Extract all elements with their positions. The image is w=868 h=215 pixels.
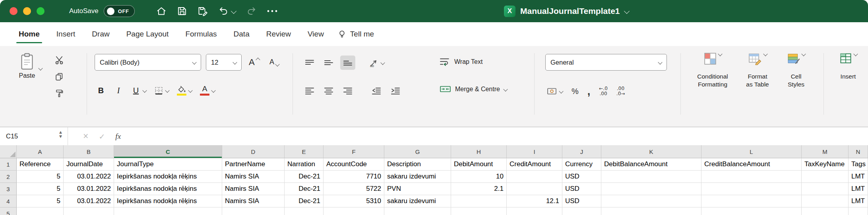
format-as-table-button[interactable]: Format as Table	[739, 52, 776, 88]
borders-button[interactable]	[154, 86, 169, 95]
cell-F2[interactable]: 7710	[324, 171, 384, 183]
cell-H5[interactable]	[451, 207, 507, 215]
cell-A2[interactable]: 5	[17, 171, 64, 183]
cell-B2[interactable]: 03.01.2022	[64, 171, 114, 183]
cell-D2[interactable]: Namirs SIA	[222, 171, 285, 183]
cell-B3[interactable]: 03.01.2022	[64, 183, 114, 195]
undo-chevron-down-icon[interactable]	[231, 8, 236, 14]
cell-M1[interactable]: TaxKeyName	[802, 158, 849, 171]
cell-L5[interactable]	[701, 207, 802, 215]
align-middle-button[interactable]	[321, 56, 336, 70]
copy-button[interactable]	[55, 72, 64, 83]
cell-J4[interactable]: USD	[562, 195, 601, 207]
conditional-formatting-button[interactable]: Conditional Formatting	[689, 52, 736, 88]
cell-F4[interactable]: 5310	[324, 195, 384, 207]
cell-I5[interactable]	[507, 207, 562, 215]
cell-J5[interactable]	[562, 207, 601, 215]
autosave-toggle[interactable]: OFF	[104, 5, 135, 17]
row-header-5[interactable]: 5	[0, 207, 17, 215]
row-header-3[interactable]: 3	[0, 183, 17, 195]
cell-F1[interactable]: AccountCode	[324, 158, 384, 171]
number-format-select[interactable]: General	[545, 54, 667, 71]
cell-E1[interactable]: Narration	[285, 158, 324, 171]
cell-B5[interactable]	[64, 207, 114, 215]
underline-button[interactable]: U	[131, 86, 146, 95]
cell-H1[interactable]: DebitAmount	[451, 158, 507, 171]
column-header-F[interactable]: F	[324, 145, 384, 158]
undo-button[interactable]	[219, 6, 236, 16]
cell-D4[interactable]: Namirs SIA	[222, 195, 285, 207]
paste-chevron-down-icon[interactable]	[38, 66, 43, 70]
cell-I3[interactable]	[507, 183, 562, 195]
minimize-window-button[interactable]	[23, 7, 31, 15]
column-header-B[interactable]: B	[64, 145, 114, 158]
redo-button[interactable]	[246, 6, 256, 16]
cell-D1[interactable]: PartnerName	[222, 158, 285, 171]
cell-C2[interactable]: Iepirkšanas nodokļa rēķins	[114, 171, 222, 183]
row-header-1[interactable]: 1	[0, 158, 17, 171]
column-header-J[interactable]: J	[562, 145, 601, 158]
cell-styles-button[interactable]: Cell Styles	[780, 52, 812, 88]
cell-H2[interactable]: 10	[451, 171, 507, 183]
tab-page-layout[interactable]: Page Layout	[118, 22, 177, 46]
cell-M3[interactable]	[802, 183, 849, 195]
name-box-stepper[interactable]: ▲ ▼	[59, 131, 62, 138]
cell-L3[interactable]	[701, 183, 802, 195]
row-header-4[interactable]: 4	[0, 195, 17, 207]
column-header-H[interactable]: H	[451, 145, 507, 158]
cell-L2[interactable]	[701, 171, 802, 183]
insert-function-icon[interactable]: fx	[115, 132, 121, 141]
name-box[interactable]: C15 ▲ ▼	[0, 127, 68, 145]
align-right-button[interactable]	[340, 84, 355, 98]
cell-A3[interactable]: 5	[17, 183, 64, 195]
column-header-A[interactable]: A	[17, 145, 64, 158]
column-header-C[interactable]: C	[114, 145, 222, 158]
align-bottom-button[interactable]	[340, 56, 355, 70]
cell-A5[interactable]	[17, 207, 64, 215]
cell-I1[interactable]: CreditAmount	[507, 158, 562, 171]
row-header-2[interactable]: 2	[0, 171, 17, 183]
tab-draw[interactable]: Draw	[83, 22, 118, 46]
cell-M4[interactable]	[802, 195, 849, 207]
cell-F3[interactable]: 5722	[324, 183, 384, 195]
cell-K1[interactable]: DebitBalanceAmount	[601, 158, 701, 171]
cell-N2[interactable]: LMT	[849, 171, 868, 183]
tab-home[interactable]: Home	[10, 22, 48, 46]
column-header-L[interactable]: L	[701, 145, 802, 158]
cell-H3[interactable]: 2.1	[451, 183, 507, 195]
cell-I2[interactable]	[507, 171, 562, 183]
column-header-E[interactable]: E	[285, 145, 324, 158]
tab-review[interactable]: Review	[258, 22, 299, 46]
cell-K3[interactable]	[601, 183, 701, 195]
save-button[interactable]	[177, 6, 187, 16]
cell-J2[interactable]: USD	[562, 171, 601, 183]
column-header-G[interactable]: G	[384, 145, 451, 158]
tab-formulas[interactable]: Formulas	[177, 22, 225, 46]
cell-B1[interactable]: JournalDate	[64, 158, 114, 171]
cut-button[interactable]	[55, 56, 64, 66]
cell-N4[interactable]: LMT	[849, 195, 868, 207]
column-header-N[interactable]: N	[849, 145, 868, 158]
cell-G4[interactable]: sakaru izdevumi	[384, 195, 451, 207]
align-top-button[interactable]	[302, 56, 317, 70]
tab-insert[interactable]: Insert	[48, 22, 84, 46]
select-all-corner[interactable]	[0, 145, 17, 158]
save-as-button[interactable]	[198, 6, 208, 16]
cell-B4[interactable]: 03.01.2022	[64, 195, 114, 207]
increase-decimal-button[interactable]: ←.0 .00	[599, 86, 608, 96]
decrease-indent-button[interactable]	[369, 84, 384, 98]
cell-E4[interactable]: Dec-21	[285, 195, 324, 207]
cell-I4[interactable]: 12.1	[507, 195, 562, 207]
more-commands-button[interactable]	[267, 10, 278, 13]
cell-D3[interactable]: Namirs SIA	[222, 183, 285, 195]
cell-J1[interactable]: Currency	[562, 158, 601, 171]
cell-G5[interactable]	[384, 207, 451, 215]
increase-font-size-button[interactable]: A	[249, 57, 260, 67]
cell-J3[interactable]: USD	[562, 183, 601, 195]
formula-input[interactable]	[129, 127, 868, 145]
cell-G1[interactable]: Description	[384, 158, 451, 171]
fill-color-button[interactable]	[177, 86, 192, 96]
cell-C4[interactable]: Iepirkšanas nodokļa rēķins	[114, 195, 222, 207]
cell-A4[interactable]: 5	[17, 195, 64, 207]
column-header-D[interactable]: D	[222, 145, 285, 158]
